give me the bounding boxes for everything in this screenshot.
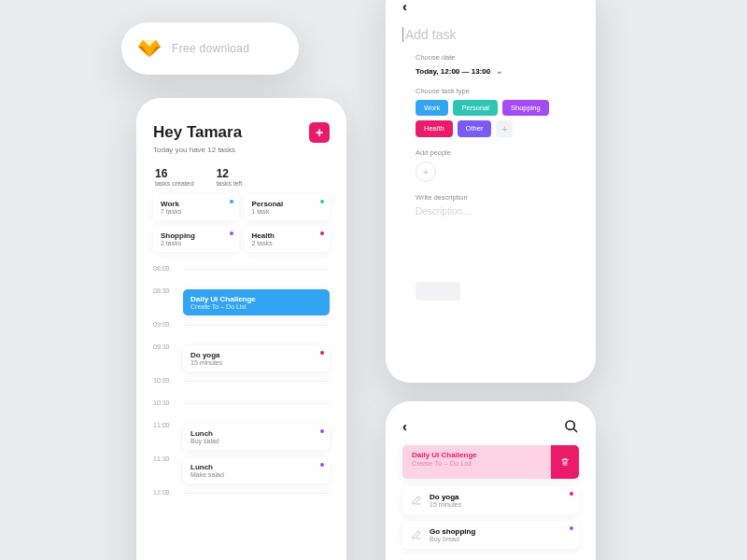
type-chip[interactable]: Health — [416, 120, 453, 137]
type-chip[interactable]: Personal — [453, 100, 498, 116]
dot-icon — [320, 463, 324, 467]
category-card[interactable]: Shopping2 tasks — [153, 226, 239, 252]
chevron-down-icon: ⌄ — [496, 66, 503, 76]
dot-icon — [230, 231, 233, 235]
stat-left: 12 tasks left — [217, 167, 243, 187]
trash-icon — [560, 456, 570, 468]
category-card[interactable]: Work7 tasks — [153, 194, 239, 220]
category-card[interactable]: Personal1 task — [245, 194, 331, 220]
list-item[interactable]: Do yoga15 minutes — [402, 486, 579, 514]
home-subtitle: Today you have 12 tasks — [153, 146, 330, 154]
type-chip[interactable]: Work — [416, 100, 448, 116]
svg-point-0 — [566, 421, 574, 429]
dot-icon — [320, 429, 324, 433]
dot-icon — [230, 200, 233, 203]
add-person-button[interactable]: + — [416, 161, 436, 182]
svg-line-1 — [573, 428, 577, 432]
add-type-button[interactable]: + — [496, 120, 513, 137]
download-pill[interactable]: Free download — [121, 22, 299, 75]
timeline-task[interactable]: Lunch Buy salad — [183, 424, 330, 450]
phone-home: Hey Tamara + Today you have 12 tasks 16 … — [136, 98, 346, 560]
search-icon[interactable] — [564, 419, 579, 434]
phone-task-list: ‹ Daily UI Challenge Create To – Do List… — [386, 401, 596, 560]
label-people: Add people — [416, 148, 579, 157]
back-icon[interactable]: ‹ — [402, 418, 407, 434]
dot-icon — [570, 492, 573, 496]
swiped-task-row[interactable]: Daily UI Challenge Create To – Do List — [402, 445, 579, 479]
category-card[interactable]: Health2 tasks — [245, 226, 331, 252]
delete-button[interactable] — [551, 445, 579, 479]
edit-icon — [411, 495, 422, 506]
type-chip[interactable]: Other — [458, 120, 492, 137]
date-picker[interactable]: Today, 12:00 — 13:00 ⌄ — [416, 66, 579, 76]
label-type: Choose task type — [416, 87, 579, 95]
label-desc: Write description — [416, 193, 579, 202]
add-task-fab[interactable]: + — [309, 122, 330, 143]
type-chip[interactable]: Shopping — [502, 100, 549, 116]
timeline-task[interactable]: Daily UI Challenge Create To – Do List — [183, 289, 330, 315]
phone-add-task: ‹ Add task Choose date Today, 12:00 — 13… — [386, 0, 596, 383]
timeline: 08:00 08:30 Daily UI Challenge Create To… — [153, 265, 330, 508]
timeline-task[interactable]: Do yoga 15 minutes — [183, 345, 330, 371]
greeting: Hey Tamara — [153, 123, 242, 142]
dot-icon — [570, 526, 573, 530]
download-label: Free download — [172, 42, 249, 55]
back-icon[interactable]: ‹ — [402, 0, 579, 14]
submit-button[interactable] — [416, 282, 460, 301]
label-date: Choose date — [416, 53, 579, 62]
edit-icon — [411, 529, 422, 540]
dot-icon — [320, 200, 324, 203]
list-item[interactable]: Go shoppingBuy bread — [402, 521, 579, 549]
dot-icon — [320, 231, 324, 235]
sketch-icon — [138, 37, 161, 60]
dot-icon — [320, 351, 324, 355]
task-name-input[interactable]: Add task — [402, 27, 579, 42]
timeline-task[interactable]: Lunch Make salad — [183, 457, 330, 483]
description-input[interactable]: Description… — [416, 206, 579, 217]
stat-created: 16 tasks created — [155, 167, 194, 187]
